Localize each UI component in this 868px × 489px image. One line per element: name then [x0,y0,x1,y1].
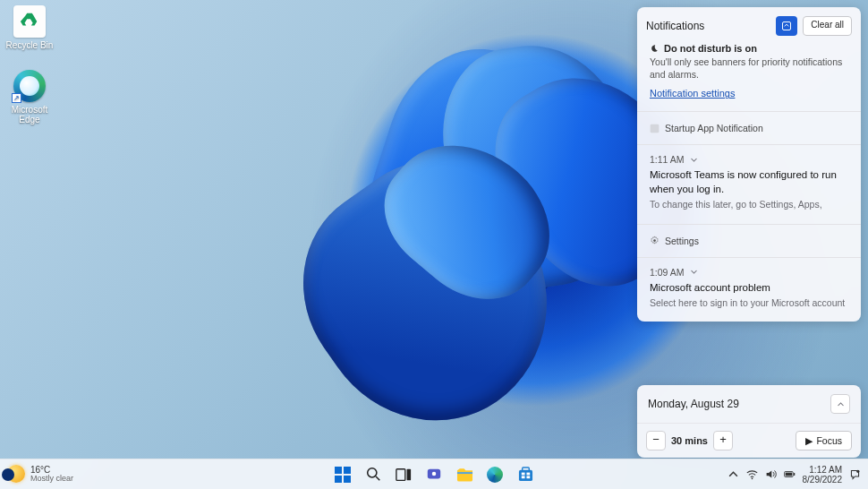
notification-subtitle: To change this later, go to Settings, Ap… [650,198,848,210]
svg-point-20 [751,478,753,480]
notification-time: 1:09 AM [650,267,685,278]
notification-settings-link[interactable]: Notification settings [650,88,735,99]
search-button[interactable] [360,461,387,488]
svg-rect-3 [335,467,342,474]
svg-rect-15 [522,468,529,471]
desktop-icon-label: Recycle Bin [2,40,57,50]
svg-rect-16 [521,473,524,476]
recycle-bin-icon [13,5,46,38]
notifications-panel: Notifications Clear all Do not disturb i… [637,7,861,322]
notification-source-header[interactable]: Settings [637,228,861,253]
notifications-collapse-button[interactable] [776,16,797,36]
shortcut-badge: ↗ [12,93,21,103]
focus-label: Focus [816,435,842,446]
desktop-icon-recycle-bin[interactable]: Recycle Bin [2,5,57,50]
clear-all-button[interactable]: Clear all [803,16,852,36]
svg-rect-4 [344,467,351,474]
notification-title: Microsoft Teams is now configured to run… [650,168,848,196]
desktop-icon-label: Microsoft Edge [2,105,57,124]
moon-icon [650,44,659,53]
svg-rect-10 [407,468,412,480]
folder-icon [456,468,473,482]
weather-icon [7,465,25,483]
search-icon [366,467,381,482]
store-icon [518,467,533,482]
chevron-down-icon [690,156,698,164]
notifications-title: Notifications [646,20,704,32]
notification-source-label: Startup App Notification [665,123,763,133]
edge-icon [487,467,503,483]
task-view-icon [396,468,412,482]
tray-chevron-icon[interactable] [728,468,739,480]
chevron-up-icon [837,400,845,408]
svg-rect-22 [785,473,791,476]
divider [637,224,861,225]
focus-button[interactable]: ▶ Focus [796,431,852,450]
svg-line-8 [376,476,379,480]
divider [637,257,861,258]
svg-point-7 [367,468,376,477]
taskbar-app-edge[interactable] [481,461,508,488]
play-icon: ▶ [805,435,813,446]
notification-item[interactable]: Microsoft Teams is now configured to run… [637,167,861,219]
notification-source-label: Settings [665,236,699,246]
taskbar: 16°C Mostly clear 1:12 AM [0,459,868,489]
svg-rect-23 [793,473,794,476]
divider [637,111,861,112]
svg-rect-9 [396,468,405,480]
notification-tray-icon[interactable] [849,468,861,480]
svg-rect-6 [344,476,351,483]
notification-item[interactable]: Microsoft account problem Select here to… [637,279,861,319]
battery-icon[interactable] [784,468,796,480]
notification-subtitle: Select here to sign in to your Microsoft… [650,296,848,309]
tray-date: 8/29/2022 [803,475,843,485]
duration-value: 30 mins [671,435,708,446]
svg-rect-14 [518,470,532,481]
calendar-date[interactable]: Monday, August 29 [648,398,739,410]
focus-duration-stepper: − 30 mins + [646,431,733,450]
notification-time: 1:11 AM [650,154,685,165]
taskbar-app-chat[interactable] [421,461,447,488]
svg-point-24 [856,470,859,473]
duration-decrease-button[interactable]: − [646,431,666,450]
svg-point-12 [432,471,437,476]
svg-rect-19 [526,476,530,478]
volume-icon[interactable] [765,468,777,480]
svg-rect-13 [456,472,472,474]
tray-clock[interactable]: 1:12 AM 8/29/2022 [803,465,843,485]
svg-rect-18 [521,476,524,478]
tray-time: 1:12 AM [803,465,843,475]
notification-time-row[interactable]: 1:09 AM [637,262,861,279]
taskbar-app-store[interactable] [512,461,539,488]
start-button[interactable] [329,461,356,488]
system-tray: 1:12 AM 8/29/2022 [728,465,862,485]
taskbar-app-explorer[interactable] [451,461,478,488]
calendar-panel: Monday, August 29 − 30 mins + ▶ Focus [637,385,861,458]
weather-desc: Mostly clear [30,475,73,484]
chat-icon [426,467,442,483]
windows-icon [335,467,351,483]
duration-increase-button[interactable]: + [713,431,733,450]
svg-rect-1 [651,124,660,133]
notification-title: Microsoft account problem [650,281,848,296]
wifi-icon[interactable] [746,468,758,480]
svg-rect-5 [335,476,342,483]
desktop-icon-edge[interactable]: ↗ Microsoft Edge [2,70,57,124]
dnd-description: You'll only see banners for priority not… [650,56,848,81]
notification-time-row[interactable]: 1:11 AM [637,149,861,167]
app-icon [650,124,660,133]
notification-source-header[interactable]: Startup App Notification [637,116,861,141]
calendar-expand-button[interactable] [830,394,850,414]
svg-rect-17 [526,473,530,476]
task-view-button[interactable] [390,461,417,488]
svg-rect-0 [783,22,791,30]
svg-point-2 [653,239,656,242]
weather-widget[interactable]: 16°C Mostly clear [7,465,73,484]
divider [637,144,861,145]
gear-icon [650,236,660,245]
dnd-title: Do not disturb is on [664,43,757,54]
taskbar-center [329,461,539,488]
dnd-block: Do not disturb is on You'll only see ban… [637,43,861,107]
chevron-down-icon [690,268,698,276]
